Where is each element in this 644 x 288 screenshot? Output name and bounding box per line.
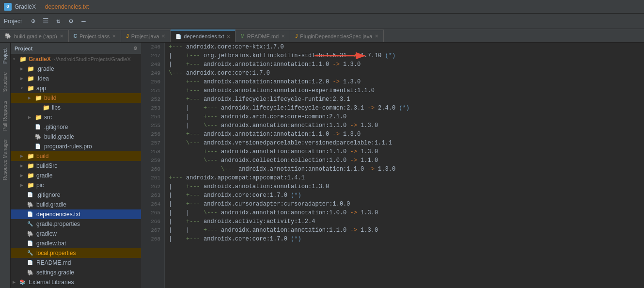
line-number: 260 — [141, 165, 164, 174]
tree-item-gradle-root[interactable]: ▶ 📁 gradle — [11, 171, 141, 180]
code-line: | +--- androidx.annotation:annotation:1.… — [169, 60, 644, 69]
tree-item-settings-gradle[interactable]: 🐘 settings.gradle — [11, 268, 141, 277]
tree-item-gradle-properties[interactable]: 🔧 gradle.properties — [11, 219, 141, 229]
line-number: 246 — [141, 43, 164, 51]
code-line: | | \--- androidx.annotation:annotation:… — [169, 208, 644, 217]
tab-project-java[interactable]: J Project.java ✕ — [121, 30, 171, 42]
line-number: 255 — [141, 121, 164, 130]
toolbar-btn-globe[interactable]: ⊕ — [28, 16, 38, 27]
tree-header-icon-settings[interactable]: ⚙ — [134, 45, 137, 52]
tabs-bar: 🐘 build.gradle (:app) ✕ C Project.class … — [0, 29, 644, 43]
tree-label-dependencies-txt: dependencies.txt — [36, 211, 80, 218]
tab-plugin-label: PluginDependenciesSpec.java — [300, 33, 372, 39]
tree-item-dependencies-txt[interactable]: 📄 dependencies.txt ← — [11, 209, 141, 219]
main-content: Project Structure Pull Requests Resource… — [0, 43, 644, 288]
tree-label-idea-dir: .idea — [36, 75, 49, 82]
tree-item-idea-dir[interactable]: ▶ 📁 .idea — [11, 74, 141, 83]
tab-class-icon: C — [74, 33, 77, 39]
tree-item-gradlew-bat[interactable]: 📄 gradlew.bat — [11, 239, 141, 248]
tab-build-gradle[interactable]: 🐘 build.gradle (:app) ✕ — [0, 30, 69, 42]
tab-md-icon: M — [240, 33, 244, 39]
tree-item-build-root[interactable]: ▶ 📁 build — [11, 151, 141, 161]
toolbar-btn-sort[interactable]: ⇅ — [53, 16, 63, 27]
tree-item-build-app[interactable]: ▶ 📁 build — [11, 93, 141, 103]
line-number: 253 — [141, 104, 164, 112]
tree-item-local-properties[interactable]: 🔧 local.properties — [11, 248, 141, 258]
code-line: | +--- org.jetbrains.kotlin:kotlin-stdli… — [169, 51, 644, 60]
title-bar: G GradleX – dependencies.txt — [0, 0, 644, 14]
tree-item-external-libs[interactable]: ▶ 📚 External Libraries — [11, 277, 141, 287]
sidebar-tab-project[interactable]: Project — [1, 45, 9, 67]
line-number: 252 — [141, 95, 164, 104]
tab-plugin-close[interactable]: ✕ — [375, 33, 378, 39]
tree-item-libs[interactable]: 📁 libs — [11, 103, 141, 112]
tree-label-libs: libs — [52, 104, 61, 111]
tab-project-java-label: Project.java — [131, 33, 159, 39]
tab-gradle-icon: 🐘 — [5, 33, 12, 39]
toolbar-btn-minimize[interactable]: — — [78, 16, 89, 27]
code-line: +--- androidx.lifecycle:lifecycle-runtim… — [169, 95, 644, 104]
code-line: | +--- androidx.annotation:annotation:1.… — [169, 182, 644, 191]
line-number: 257 — [141, 139, 164, 147]
line-number: 264 — [141, 200, 164, 208]
sidebar-tab-structure[interactable]: Structure — [1, 68, 9, 96]
tree-item-readme[interactable]: 📄 README.md — [11, 258, 141, 268]
tree-label-gradlex-path: ~/AndroidStudioProjects/GradleX — [51, 56, 131, 62]
tab-readme[interactable]: M README.md ✕ — [236, 30, 290, 42]
line-number: 262 — [141, 182, 164, 191]
tree-label-gitignore-app: .gitignore — [44, 124, 68, 130]
tab-project-class-label: Project.class — [79, 33, 110, 39]
line-number: 247 — [141, 51, 164, 60]
toolbar-btn-list[interactable]: ☰ — [40, 16, 51, 27]
code-line: | +--- androidx.lifecycle:lifecycle-comm… — [169, 104, 644, 112]
tree-label-build-root: build — [36, 153, 48, 160]
tab-project-java-close[interactable]: ✕ — [161, 33, 165, 39]
line-number: 265 — [141, 208, 164, 217]
tree-item-buildgradle-app[interactable]: 🐘 build.gradle — [11, 132, 141, 142]
code-lines: +--- androidx.core:core-ktx:1.7.0| +--- … — [165, 43, 644, 288]
tree-label-src: src — [44, 114, 52, 121]
tree-item-gradlew[interactable]: 🐘 gradlew — [11, 229, 141, 239]
tree-item-gitignore-root[interactable]: 📄 .gitignore — [11, 190, 141, 200]
tree-item-proguard[interactable]: 📄 proguard-rules.pro — [11, 142, 141, 151]
code-line: | +--- androidx.core:core:1.7.0 (*) — [169, 235, 644, 243]
tree-label-proguard: proguard-rules.pro — [44, 143, 92, 150]
sidebar-tab-resource-manager[interactable]: Resource Manager — [1, 135, 9, 184]
file-tree-title: Project — [15, 46, 32, 51]
line-number: 254 — [141, 112, 164, 121]
tree-item-src[interactable]: ▶ 📁 src — [11, 112, 141, 122]
tree-item-gradlex[interactable]: ▾ 📁 GradleX ~/AndroidStudioProjects/Grad… — [11, 54, 141, 64]
tree-item-buildgradle-root[interactable]: 🐘 build.gradle — [11, 200, 141, 209]
line-number: 249 — [141, 69, 164, 78]
tree-item-buildsrc[interactable]: ▶ 📁 buildSrc — [11, 161, 141, 171]
code-line: \--- androidx.versionedparcelable:versio… — [169, 139, 644, 147]
tree-label-pic: pic — [36, 182, 44, 189]
sidebar-tab-pull-requests[interactable]: Pull Requests — [1, 97, 9, 135]
tab-build-gradle-close[interactable]: ✕ — [60, 33, 63, 39]
tab-readme-label: README.md — [247, 33, 279, 39]
tab-plugin-spec[interactable]: J PluginDependenciesSpec.java ✕ — [290, 30, 384, 42]
tab-project-class-close[interactable]: ✕ — [112, 33, 116, 39]
tree-label-buildgradle-app: build.gradle — [44, 133, 74, 140]
tree-label-gitignore-root: .gitignore — [36, 192, 60, 198]
tab-dependencies-txt[interactable]: 📄 dependencies.txt ✕ — [171, 30, 236, 42]
code-content[interactable]: 2462472482492502512522532542552562572582… — [141, 43, 644, 288]
line-number: 267 — [141, 226, 164, 235]
code-line: +--- androidx.annotation:annotation:1.1.… — [169, 147, 644, 156]
tree-item-gitignore-app[interactable]: 📄 .gitignore — [11, 122, 141, 132]
code-line: +--- androidx.annotation:annotation:1.2.… — [169, 78, 644, 86]
line-number: 266 — [141, 217, 164, 226]
tab-dependencies-close[interactable]: ✕ — [226, 34, 230, 39]
tree-item-gradle-dir[interactable]: ▶ 📁 .gradle — [11, 64, 141, 74]
tree-label-gradlew: gradlew — [36, 230, 57, 237]
tab-readme-close[interactable]: ✕ — [281, 33, 285, 39]
toolbar-btn-settings[interactable]: ⚙ — [65, 16, 76, 27]
tree-label-buildgradle-root: build.gradle — [36, 201, 66, 208]
code-line: +--- androidx.annotation:annotation:1.1.… — [169, 130, 644, 139]
tree-label-gradle-properties: gradle.properties — [36, 221, 80, 227]
tree-label-local-properties: local.properties — [36, 250, 76, 256]
tree-item-app-dir[interactable]: ▾ 📁 app — [11, 83, 141, 93]
tree-item-pic[interactable]: ▶ 📁 pic — [11, 180, 141, 190]
line-number: 250 — [141, 78, 164, 86]
tab-project-class[interactable]: C Project.class ✕ — [69, 30, 122, 42]
